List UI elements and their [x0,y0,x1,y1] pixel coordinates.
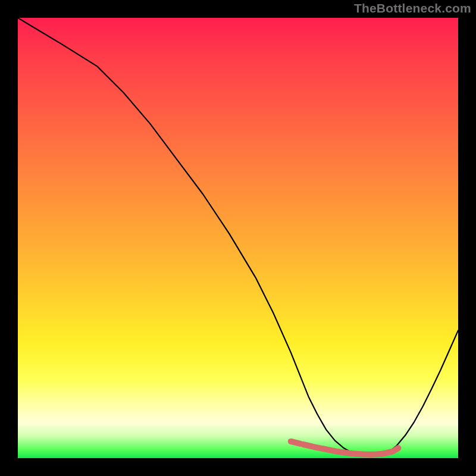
watermark-text: TheBottleneck.com [354,1,471,15]
chart-container: TheBottleneck.com [0,0,476,476]
svg-point-0 [395,445,401,451]
plot-area [18,18,458,458]
svg-point-1 [288,439,294,444]
bottleneck-curve [18,18,458,456]
minimum-marker-segment [288,439,402,455]
chart-svg [18,18,458,458]
